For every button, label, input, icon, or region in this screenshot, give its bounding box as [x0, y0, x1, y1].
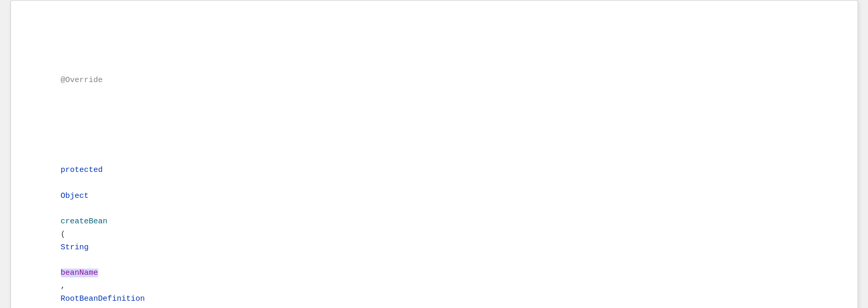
type-string: String [61, 243, 89, 252]
code-area: @Override protected Object createBean ( … [11, 10, 858, 308]
kw-object: Object [61, 192, 89, 200]
code-window: @Override protected Object createBean ( … [10, 0, 858, 308]
annotation-override: @Override [61, 76, 103, 85]
line-method-sig: protected Object createBean ( String bea… [23, 151, 847, 308]
param-beanname: beanName [61, 269, 98, 277]
type-rootbeandef: RootBeanDefinition [61, 294, 145, 303]
kw-protected: protected [61, 166, 103, 175]
line-override: @Override [23, 61, 847, 100]
method-createbean: createBean [61, 217, 108, 226]
